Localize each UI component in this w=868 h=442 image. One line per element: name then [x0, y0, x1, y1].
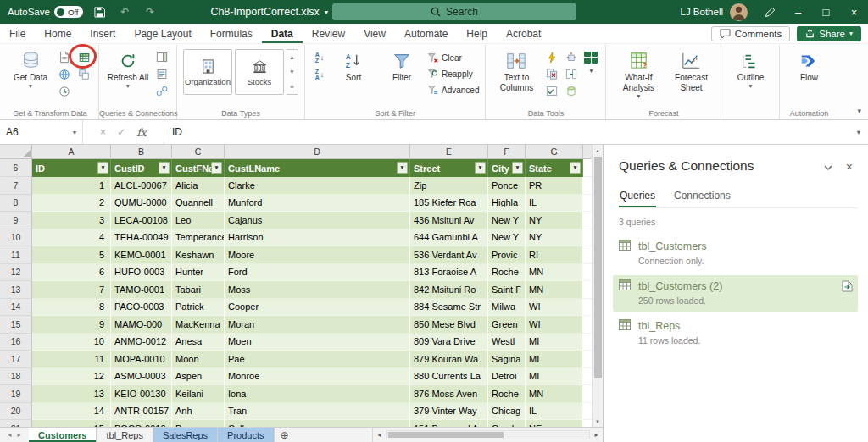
forecast-sheet-button[interactable]: Forecast Sheet	[667, 47, 715, 95]
row-number-14[interactable]: 14	[0, 299, 32, 317]
cell-G21[interactable]: NE	[526, 420, 583, 427]
table-header-cell-street[interactable]: Street▾	[410, 159, 488, 177]
share-button[interactable]: Share ▾	[797, 26, 861, 41]
scroll-right-icon[interactable]: ▸	[590, 431, 603, 439]
cell-C7[interactable]: Alicia	[172, 177, 225, 195]
sheet-tab-salesreps[interactable]: SalesReps	[153, 428, 218, 442]
cell-C21[interactable]: Bess	[172, 420, 225, 427]
from-text-csv-button[interactable]	[56, 50, 73, 64]
cell-E16[interactable]: 809 Vara Drive	[410, 334, 488, 351]
cell-E19[interactable]: 876 Moss Aven	[410, 385, 488, 403]
text-to-columns-button[interactable]: Text to Columns	[492, 47, 541, 95]
cell-E20[interactable]: 379 Vinter Way	[410, 403, 488, 421]
row-number-12[interactable]: 12	[0, 264, 32, 282]
cell-F21[interactable]: Omah	[488, 420, 526, 427]
row-number-6[interactable]: 6	[0, 159, 32, 177]
cell-E15[interactable]: 850 Mese Blvd	[410, 316, 488, 334]
from-web-button[interactable]	[56, 67, 73, 81]
cell-F7[interactable]: Ponce	[488, 177, 526, 195]
pane-tab-queries[interactable]: Queries	[619, 187, 656, 207]
column-header-B[interactable]: B	[111, 145, 172, 159]
cell-C19[interactable]: Keilani	[172, 385, 225, 403]
cell-B21[interactable]: BOCO-0010	[111, 420, 172, 427]
row-number-18[interactable]: 18	[0, 368, 32, 386]
cell-F10[interactable]: New Y	[488, 229, 526, 247]
horizontal-scrollbar[interactable]: ◂ ▸	[372, 428, 603, 442]
cell-G19[interactable]: MN	[526, 385, 583, 403]
sheet-tab-products[interactable]: Products	[218, 428, 274, 442]
vertical-scrollbar-thumb[interactable]	[594, 157, 602, 378]
cell-A17[interactable]: 11	[32, 351, 111, 368]
ribbon-tab-file[interactable]: File	[0, 24, 35, 43]
cell-B12[interactable]: HUFO-0003	[111, 264, 172, 282]
cell-A19[interactable]: 13	[32, 385, 111, 403]
row-number-15[interactable]: 15	[0, 316, 32, 334]
cell-B8[interactable]: QUMU-0000	[111, 195, 172, 213]
scroll-left-icon[interactable]: ◂	[373, 431, 386, 439]
cell-G14[interactable]: WI	[526, 299, 583, 317]
workbook-links-button[interactable]	[153, 84, 170, 98]
cell-D14[interactable]: Cooper	[225, 299, 410, 317]
sort-ascending-button[interactable]: AZ↓	[311, 50, 328, 64]
cell-G17[interactable]: MI	[526, 351, 583, 368]
cell-D17[interactable]: Pae	[225, 351, 410, 368]
cell-C17[interactable]: Moon	[172, 351, 225, 368]
select-all-corner[interactable]	[0, 145, 32, 159]
clear-filter-button[interactable]: Clear	[427, 51, 479, 65]
row-number-19[interactable]: 19	[0, 385, 32, 403]
cell-D15[interactable]: Moran	[225, 316, 410, 334]
table-header-cell-id[interactable]: ID▾	[32, 159, 111, 177]
cell-B18[interactable]: ASMO-0003	[111, 368, 172, 386]
vertical-scrollbar[interactable]: ▴ ▾	[592, 145, 603, 427]
formula-input[interactable]: ID	[164, 120, 849, 144]
ribbon-tab-review[interactable]: Review	[303, 24, 354, 43]
cell-G10[interactable]: NY	[526, 229, 583, 247]
cell-B7[interactable]: ALCL-00067	[111, 177, 172, 195]
cell-G15[interactable]: WI	[526, 316, 583, 334]
data-validation-button[interactable]	[543, 84, 560, 98]
queries-connections-pane-button[interactable]	[153, 50, 170, 64]
relationships-button[interactable]	[563, 67, 580, 81]
existing-connections-button[interactable]	[75, 67, 92, 81]
cell-G11[interactable]: RI	[526, 246, 583, 264]
cell-D9[interactable]: Cajanus	[225, 212, 410, 229]
data-type-stocks[interactable]: Stocks	[235, 49, 284, 95]
table-header-cell-custfnam[interactable]: CustFNam▾	[172, 159, 225, 177]
column-header-G[interactable]: G	[526, 145, 583, 159]
row-number-20[interactable]: 20	[0, 403, 32, 421]
cell-B20[interactable]: ANTR-00157	[111, 403, 172, 421]
ribbon-tab-automate[interactable]: Automate	[395, 24, 457, 43]
ribbon-tab-home[interactable]: Home	[35, 24, 81, 43]
cell-D12[interactable]: Ford	[225, 264, 410, 282]
cell-A20[interactable]: 14	[32, 403, 111, 421]
consolidate-button[interactable]	[563, 50, 580, 64]
insert-function-button[interactable]: fx	[136, 126, 147, 139]
row-number-9[interactable]: 9	[0, 212, 32, 229]
cancel-entry-icon[interactable]: ×	[100, 126, 106, 138]
cell-B14[interactable]: PACO-0003	[111, 299, 172, 317]
column-header-A[interactable]: A	[32, 145, 111, 159]
cell-E9[interactable]: 436 Msituni Av	[410, 212, 488, 229]
sheet-nav-right-icon[interactable]: ▸	[18, 431, 21, 439]
expand-formula-bar-button[interactable]: ▾	[849, 120, 868, 144]
ribbon-tab-insert[interactable]: Insert	[81, 24, 125, 43]
get-data-button[interactable]: Get Data ▾	[8, 47, 53, 92]
filter-button[interactable]: Filter	[379, 47, 425, 85]
cell-A7[interactable]: 1	[32, 177, 111, 195]
pane-close-button[interactable]: ×	[846, 160, 853, 174]
ribbon-tab-view[interactable]: View	[354, 24, 395, 43]
outline-button[interactable]: Outline ▾	[727, 47, 773, 92]
cell-G7[interactable]: PR	[526, 177, 583, 195]
ribbon-tab-page-layout[interactable]: Page Layout	[125, 24, 200, 43]
what-if-analysis-button[interactable]: ? What-If Analysis ▾	[612, 47, 665, 102]
close-button[interactable]: ×	[840, 0, 868, 24]
analyze-data-button[interactable]	[582, 50, 599, 64]
row-number-16[interactable]: 16	[0, 334, 32, 351]
cell-F14[interactable]: Milwa	[488, 299, 526, 317]
cell-C18[interactable]: Aspen	[172, 368, 225, 386]
comments-button[interactable]: Comments	[711, 26, 791, 41]
query-load-icon[interactable]	[842, 280, 853, 292]
user-name[interactable]: LJ Bothell	[680, 7, 723, 17]
cell-E8[interactable]: 185 Kiefer Roa	[410, 195, 488, 213]
sort-descending-button[interactable]: ZA↓	[311, 67, 328, 81]
